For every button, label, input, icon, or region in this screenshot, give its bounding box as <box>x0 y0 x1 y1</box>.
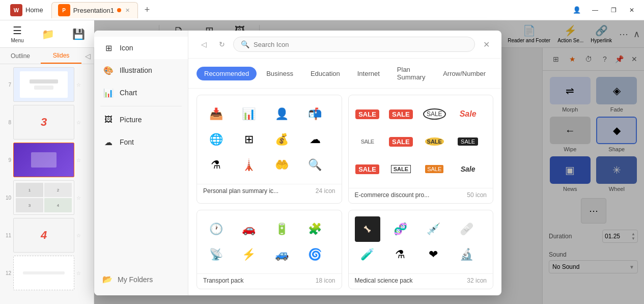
icon-speedometer: 🕐 <box>203 216 229 242</box>
slide-item-11[interactable]: 11 4 ☆ <box>2 217 92 254</box>
icon-car2: 🚙 <box>269 242 295 267</box>
slide-thumb-10[interactable]: 1 2 3 4 <box>13 180 74 215</box>
wps-logo: W <box>10 4 22 16</box>
menu-label: Menu <box>11 38 23 43</box>
save-button[interactable]: 💾 <box>65 22 92 46</box>
cat-tab-internet[interactable]: Internet <box>350 67 387 80</box>
icon-card-count-1: 24 icon <box>316 187 335 195</box>
add-tab-button[interactable]: + <box>140 3 154 17</box>
tab-home[interactable]: W Home <box>4 2 49 18</box>
dialog-main: ◁ ↻ 🔍 ✕ Recommended Business <box>188 31 501 295</box>
slide-item-7[interactable]: 7 ☆ <box>2 66 92 103</box>
slide-thumb-7[interactable] <box>13 67 74 102</box>
icon-card-name-1: Personal plan summary ic... <box>203 187 278 195</box>
open-folder-button[interactable]: 📁 <box>35 22 61 46</box>
cat-tab-recommended[interactable]: Recommended <box>197 67 257 80</box>
icon-card-footer-1: Personal plan summary ic... 24 icon <box>197 184 342 199</box>
slide-thumb-8[interactable]: 3 <box>13 105 74 140</box>
icon-microscope: 🔬 <box>454 242 479 267</box>
home-tab-label: Home <box>25 6 43 14</box>
icon-download: 📥 <box>203 101 229 127</box>
category-tabs: Recommended Business Education Internet … <box>188 59 501 89</box>
icon-card-count-3: 18 icon <box>316 277 335 284</box>
slide-thumb-11[interactable]: 4 <box>13 218 74 253</box>
dialog-nav-icon[interactable]: ⊞ Icon <box>94 37 188 59</box>
my-folders-icon: 📂 <box>102 274 113 284</box>
icon-blocks: 🧩 <box>302 216 328 242</box>
icon-card-grid-4: 🦴 🧬 💉 🩹 🧪 ⚗ ❤ 🔬 <box>349 210 493 273</box>
icon-card-name-4: Medical science pack <box>355 277 413 284</box>
icon-card-plan-summary[interactable]: 📥 📊 👤 📬 🌐 ⊞ 💰 ☁ ⚗ 🗼 🤲 🔍 <box>197 95 342 204</box>
illustration-nav-icon: 🎨 <box>102 64 115 76</box>
main-content: Outline Slides ◁ 7 ☆ 8 <box>0 48 644 304</box>
icon-card-name-2: E-commerce discount pro... <box>355 191 430 199</box>
back-button[interactable]: ◁ <box>197 37 211 51</box>
maximize-button[interactable]: ❐ <box>605 4 622 16</box>
icon-syringe: 💉 <box>421 216 446 242</box>
picture-nav-icon: 🖼 <box>102 114 115 126</box>
icon-bandage: 🩹 <box>454 216 479 242</box>
sale-badge-5: SALE <box>355 129 380 154</box>
dialog-nav-picture[interactable]: 🖼 Picture <box>94 108 188 131</box>
icon-dialog: ⊞ Icon 🎨 Illustration 📊 Chart 🖼 Picture <box>94 31 501 295</box>
icon-nav-icon: ⊞ <box>102 42 115 54</box>
icon-battery: 🔋 <box>269 216 295 242</box>
ppt-logo: P <box>58 4 70 16</box>
close-tab-button[interactable]: ✕ <box>124 7 131 14</box>
dialog-nav-chart[interactable]: 📊 Chart <box>94 81 188 104</box>
icon-globe: 🌐 <box>203 127 229 152</box>
icon-card-count-4: 32 icon <box>467 277 487 284</box>
nav-separator <box>100 106 182 106</box>
sidebar-tab-slides[interactable]: Slides <box>41 48 81 64</box>
dialog-nav-font[interactable]: ☁ Font <box>94 131 188 153</box>
tab-presentation[interactable]: P Presentation1 ✕ <box>51 2 138 18</box>
slide-thumb-12[interactable] <box>13 256 74 290</box>
refresh-button[interactable]: ↻ <box>215 37 229 51</box>
icon-card-grid-3: 🕐 🚗 🔋 🧩 📡 ⚡ 🚙 🌀 <box>197 210 342 273</box>
icon-flask: ⚗ <box>203 152 229 178</box>
slide-thumb-9[interactable] <box>13 143 74 177</box>
menu-button[interactable]: ☰ Menu <box>4 22 31 46</box>
icon-card-count-2: 50 icon <box>467 191 487 199</box>
unsaved-dot <box>117 8 121 12</box>
cat-tab-arrow-number[interactable]: Arrow/Number <box>435 67 493 80</box>
presentation-tab-label: Presentation1 <box>73 7 114 14</box>
sale-badge-12: Sale <box>455 156 481 182</box>
search-box: 🔍 <box>233 37 475 52</box>
dialog-close-button[interactable]: ✕ <box>479 37 493 51</box>
minimize-button[interactable]: — <box>587 4 603 16</box>
sidebar-tab-outline[interactable]: Outline <box>0 48 41 64</box>
sale-badge-2: SALE <box>388 101 413 127</box>
dialog-overlay: ⊞ Icon 🎨 Illustration 📊 Chart 🖼 Picture <box>94 20 644 304</box>
sale-badge-7: SALE <box>422 129 447 154</box>
cat-tab-business[interactable]: Business <box>259 67 301 80</box>
icon-card-ecommerce[interactable]: SALE SALE SALE Sale SALE SALE SALE SALE … <box>348 95 494 204</box>
icon-money: 💰 <box>269 127 295 152</box>
sale-badge-6: SALE <box>388 129 413 154</box>
icon-card-name-3: Transport pack <box>203 277 244 284</box>
icon-card-medical[interactable]: 🦴 🧬 💉 🩹 🧪 ⚗ ❤ 🔬 Medical science pack 32 … <box>348 210 494 289</box>
collapse-sidebar-button[interactable]: ◁ <box>81 48 94 64</box>
search-input[interactable] <box>254 41 467 48</box>
slide-item-9[interactable]: 9 ☆ <box>2 142 92 178</box>
slide-item-12[interactable]: 12 ☆ <box>2 255 92 291</box>
slide-item-8[interactable]: 8 3 ☆ <box>2 104 92 141</box>
my-folders-link[interactable]: 📂 My Folders <box>94 269 188 289</box>
dialog-nav-illustration[interactable]: 🎨 Illustration <box>94 59 188 81</box>
sale-badge-3: SALE <box>422 101 447 127</box>
icon-xray: 🦴 <box>355 216 380 242</box>
folder-icon: 📁 <box>42 28 54 40</box>
star-9: ☆ <box>76 157 81 163</box>
search-icon: 🔍 <box>241 40 249 48</box>
icon-card-transport[interactable]: 🕐 🚗 🔋 🧩 📡 ⚡ 🚙 🌀 Transport pack 18 icon <box>197 210 342 289</box>
cat-tab-education[interactable]: Education <box>303 67 348 80</box>
icon-presentation: 📊 <box>236 101 262 127</box>
icon-lightning: ⚡ <box>236 242 262 267</box>
cat-tab-plan-summary[interactable]: Plan Summary <box>389 63 433 84</box>
icon-heart: ❤ <box>421 242 446 267</box>
profile-avatar[interactable]: 👤 <box>569 4 585 16</box>
slide-item-10[interactable]: 10 1 2 3 4 ☆ <box>2 179 92 216</box>
close-window-button[interactable]: ✕ <box>624 4 640 16</box>
icon-tower: 🗼 <box>236 152 262 178</box>
icon-world-hands: 🤲 <box>269 152 295 178</box>
